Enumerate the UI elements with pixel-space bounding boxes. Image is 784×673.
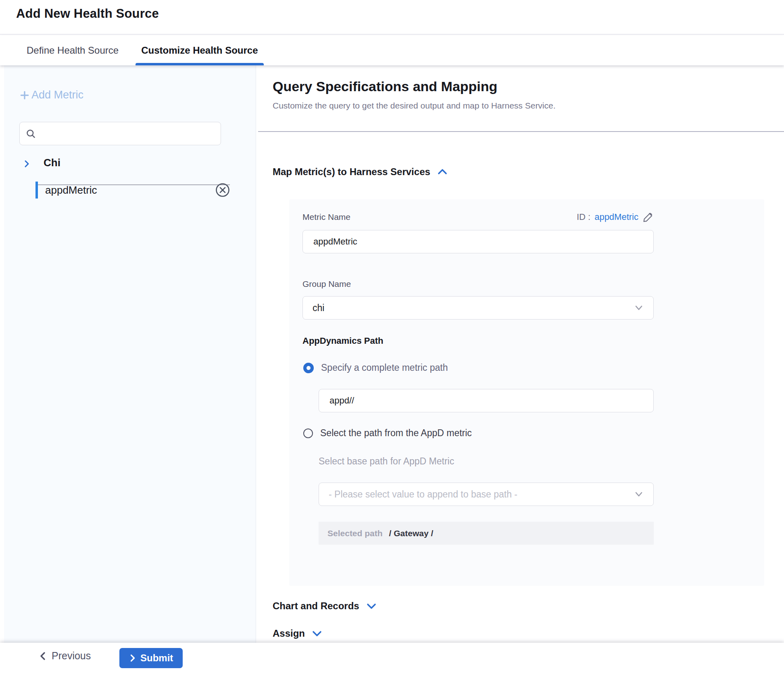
metric-mapping-card: Metric Name ID : appdMetric Group Name c… — [289, 199, 764, 586]
appdynamics-path-label: AppDynamics Path — [302, 336, 384, 346]
chart-and-records-section-header[interactable]: Chart and Records — [273, 600, 377, 612]
search-input[interactable] — [40, 128, 215, 139]
metric-name-label: Metric Name — [302, 212, 350, 222]
selected-path-value: / Gateway / — [389, 529, 434, 538]
selected-metric-indicator — [35, 182, 38, 199]
radio-select-appd-path-label: Select the path from the AppD metric — [320, 428, 472, 439]
previous-button-label: Previous — [52, 650, 91, 662]
chevron-down-icon[interactable] — [366, 602, 377, 610]
metric-name-row: Metric Name ID : appdMetric — [302, 211, 654, 223]
chevron-up-icon[interactable] — [437, 167, 448, 176]
map-metrics-section-header[interactable]: Map Metric(s) to Harness Services — [273, 166, 448, 178]
assign-title: Assign — [273, 628, 305, 639]
edit-icon[interactable] — [642, 211, 654, 223]
id-value: appdMetric — [594, 212, 638, 222]
chevron-down-icon — [634, 304, 644, 311]
selected-path-label: Selected path — [327, 529, 383, 538]
add-metric-label: Add Metric — [31, 89, 83, 101]
search-icon — [25, 128, 36, 139]
page-title: Query Specifications and Mapping — [273, 79, 497, 94]
radio-unselected-icon[interactable] — [303, 428, 313, 438]
tab-customize-health-source[interactable]: Customize Health Source — [140, 36, 259, 65]
chevron-down-icon — [634, 491, 644, 498]
group-label: Chi — [44, 157, 60, 169]
query-specifications-panel: Query Specifications and Mapping Customi… — [256, 65, 784, 643]
delete-metric-icon[interactable] — [215, 182, 230, 198]
previous-button[interactable]: Previous — [39, 650, 91, 662]
metric-item-label: appdMetric — [45, 184, 97, 196]
tab-bar: Define Health Source Customize Health So… — [0, 36, 784, 65]
assign-section-header[interactable]: Assign — [273, 628, 323, 639]
base-path-placeholder: - Please select value to append to base … — [329, 489, 517, 500]
section-divider — [258, 131, 784, 132]
base-path-label: Select base path for AppD Metric — [319, 456, 454, 467]
plus-icon — [19, 90, 30, 100]
metric-group-chi[interactable]: Chi — [4, 155, 256, 176]
submit-button[interactable]: Submit — [119, 648, 183, 668]
tab-label: Define Health Source — [27, 45, 119, 56]
metric-name-input[interactable] — [302, 230, 654, 253]
id-label: ID : — [577, 212, 590, 222]
map-metrics-section-title: Map Metric(s) to Harness Services — [273, 166, 430, 178]
group-name-value: chi — [313, 303, 324, 314]
group-name-label: Group Name — [302, 279, 351, 289]
chevron-left-icon — [39, 651, 47, 661]
radio-complete-metric-path[interactable]: Specify a complete metric path — [303, 362, 448, 373]
dialog-header: Add New Health Source — [0, 0, 784, 35]
selected-path-bar: Selected path / Gateway / — [319, 522, 654, 545]
radio-select-appd-path[interactable]: Select the path from the AppD metric — [303, 428, 472, 439]
radio-selected-icon[interactable] — [303, 363, 314, 373]
submit-button-label: Submit — [140, 652, 173, 664]
active-tab-underline — [136, 63, 263, 65]
group-name-select[interactable]: chi — [302, 296, 654, 320]
base-path-select[interactable]: - Please select value to append to base … — [319, 483, 654, 506]
metric-search-box — [19, 122, 221, 145]
tab-define-health-source[interactable]: Define Health Source — [25, 36, 120, 65]
metrics-sidebar: Add Metric Chi appdMetric — [4, 65, 256, 643]
page-subtitle: Customize the query to get the desired o… — [273, 101, 556, 111]
wizard-footer: Previous Submit — [0, 643, 784, 673]
chevron-right-icon[interactable] — [22, 159, 31, 169]
complete-metric-path-input[interactable] — [319, 389, 654, 412]
chevron-down-icon[interactable] — [311, 629, 323, 638]
dialog-title: Add New Health Source — [16, 6, 159, 21]
radio-complete-metric-path-label: Specify a complete metric path — [321, 362, 448, 373]
metric-id-wrap: ID : appdMetric — [577, 211, 654, 223]
metric-list-item-appdmetric[interactable]: appdMetric — [4, 182, 256, 199]
tab-label: Customize Health Source — [141, 45, 258, 56]
chart-and-records-title: Chart and Records — [273, 600, 359, 612]
chevron-right-icon — [129, 654, 136, 663]
add-metric-button[interactable]: Add Metric — [19, 89, 83, 101]
